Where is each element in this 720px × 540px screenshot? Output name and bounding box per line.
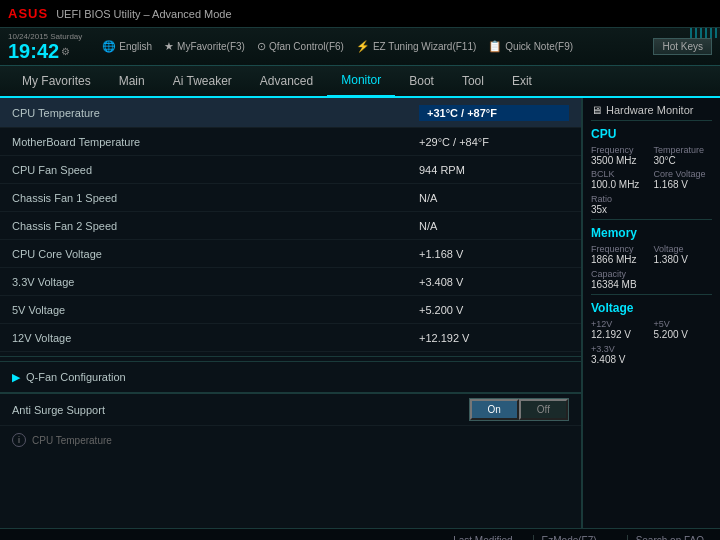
hw-capacity-row: Capacity 16384 MB bbox=[591, 269, 712, 290]
nav-item-monitor[interactable]: Monitor bbox=[327, 65, 395, 97]
cpu-temp-label: CPU Temperature bbox=[12, 107, 419, 119]
asus-logo: ASUS bbox=[8, 6, 48, 21]
hw-mem-freq-label: Frequency bbox=[591, 244, 650, 254]
hw-cpu-grid: Frequency 3500 MHz Temperature 30°C BCLK… bbox=[591, 145, 712, 190]
favorites-icon: ★ bbox=[164, 40, 174, 53]
hw-voltage-title: Voltage bbox=[591, 301, 712, 315]
table-row: 3.3V Voltage +3.408 V bbox=[0, 268, 581, 296]
hw-cpu-temp-label: Temperature bbox=[654, 145, 713, 155]
expand-icon: ▶ bbox=[12, 371, 20, 384]
hw-monitor-title: 🖥 Hardware Monitor bbox=[591, 104, 712, 121]
toggle-switch[interactable]: On Off bbox=[469, 398, 570, 421]
favorites-tool[interactable]: ★ MyFavorite(F3) bbox=[164, 40, 245, 53]
eztuning-label: EZ Tuning Wizard(F11) bbox=[373, 41, 476, 52]
hw-v12-label: +12V bbox=[591, 319, 650, 329]
qfan-label: Qfan Control(F6) bbox=[269, 41, 344, 52]
quicknote-icon: 📋 bbox=[488, 40, 502, 53]
hw-bclk-label: BCLK bbox=[591, 169, 650, 179]
cpu-fan-label: CPU Fan Speed bbox=[12, 164, 419, 176]
hw-cpu-temp-value: 30°C bbox=[654, 155, 713, 166]
nav-item-myfavorites[interactable]: My Favorites bbox=[8, 65, 105, 97]
chassis-fan2-value: N/A bbox=[419, 220, 569, 232]
hw-ratio-value: 35x bbox=[591, 204, 712, 215]
qfan-tool[interactable]: ⊙ Qfan Control(F6) bbox=[257, 40, 344, 53]
last-modified-label: Last Modified bbox=[445, 535, 520, 540]
anti-surge-row: Anti Surge Support On Off bbox=[0, 394, 581, 426]
hw-freq-value: 3500 MHz bbox=[591, 155, 650, 166]
nav-item-aitweaker[interactable]: Ai Tweaker bbox=[159, 65, 246, 97]
language-icon: 🌐 bbox=[102, 40, 116, 53]
hw-mem-volt-label: Voltage bbox=[654, 244, 713, 254]
v5-label: 5V Voltage bbox=[12, 304, 419, 316]
qfan-label: Q-Fan Configuration bbox=[26, 371, 126, 383]
search-faq-button[interactable]: Search on FAQ bbox=[627, 535, 712, 540]
hw-mem-freq-value: 1866 MHz bbox=[591, 254, 650, 265]
chassis-fan2-label: Chassis Fan 2 Speed bbox=[12, 220, 419, 232]
hw-v5-label: +5V bbox=[654, 319, 713, 329]
info-text: CPU Temperature bbox=[32, 435, 112, 446]
datetime: 10/24/2015 Saturday 19:42 ⚙ bbox=[8, 32, 82, 61]
table-row: 5V Voltage +5.200 V bbox=[0, 296, 581, 324]
hw-cpu-freq-col: Frequency 3500 MHz bbox=[591, 145, 650, 166]
cpu-voltage-value: +1.168 V bbox=[419, 248, 569, 260]
table-row: 12V Voltage +12.192 V bbox=[0, 324, 581, 352]
hw-freq-label: Frequency bbox=[591, 145, 650, 155]
hw-mem-volt-col: Voltage 1.380 V bbox=[654, 244, 713, 265]
status-bar: Last Modified EzMode(F7)→ Search on FAQ bbox=[0, 528, 720, 540]
ezmode-button[interactable]: EzMode(F7)→ bbox=[533, 535, 615, 540]
info-icon: i bbox=[12, 433, 26, 447]
hw-corevolt-value: 1.168 V bbox=[654, 179, 713, 190]
hw-v12-col: +12V 12.192 V bbox=[591, 319, 650, 340]
hw-v5-col: +5V 5.200 V bbox=[654, 319, 713, 340]
hw-v5-value: 5.200 V bbox=[654, 329, 713, 340]
qfan-icon: ⊙ bbox=[257, 40, 266, 53]
circuit-decoration bbox=[690, 28, 720, 38]
nav-item-boot[interactable]: Boot bbox=[395, 65, 448, 97]
hw-ratio-row: Ratio 35x bbox=[591, 194, 712, 215]
hw-cpu-title: CPU bbox=[591, 127, 712, 141]
hw-memory-title: Memory bbox=[591, 226, 712, 240]
cpu-fan-value: 944 RPM bbox=[419, 164, 569, 176]
table-row: Chassis Fan 1 Speed N/A bbox=[0, 184, 581, 212]
language-tool[interactable]: 🌐 English bbox=[102, 40, 152, 53]
table-row: MotherBoard Temperature +29°C / +84°F bbox=[0, 128, 581, 156]
hw-v33-value: 3.408 V bbox=[591, 354, 712, 365]
quicknote-tool[interactable]: 📋 Quick Note(F9) bbox=[488, 40, 573, 53]
top-bar: ASUS UEFI BIOS Utility – Advanced Mode bbox=[0, 0, 720, 28]
v12-label: 12V Voltage bbox=[12, 332, 419, 344]
toggle-on-button[interactable]: On bbox=[470, 399, 519, 420]
table-row: CPU Fan Speed 944 RPM bbox=[0, 156, 581, 184]
anti-surge-label: Anti Surge Support bbox=[12, 404, 469, 416]
hotkeys-button[interactable]: Hot Keys bbox=[653, 38, 712, 55]
v33-value: +3.408 V bbox=[419, 276, 569, 288]
nav-item-advanced[interactable]: Advanced bbox=[246, 65, 327, 97]
v5-value: +5.200 V bbox=[419, 304, 569, 316]
nav-menu: My Favorites Main Ai Tweaker Advanced Mo… bbox=[0, 66, 720, 98]
hw-bclk-value: 100.0 MHz bbox=[591, 179, 650, 190]
hw-voltage-grid: +12V 12.192 V +5V 5.200 V bbox=[591, 319, 712, 340]
nav-item-main[interactable]: Main bbox=[105, 65, 159, 97]
hw-divider-2 bbox=[591, 294, 712, 295]
cpu-voltage-label: CPU Core Voltage bbox=[12, 248, 419, 260]
toggle-off-button[interactable]: Off bbox=[519, 399, 568, 420]
mb-temp-label: MotherBoard Temperature bbox=[12, 136, 419, 148]
nav-item-exit[interactable]: Exit bbox=[498, 65, 546, 97]
cpu-temp-value: +31°C / +87°F bbox=[419, 105, 569, 121]
hw-v33-row: +3.3V 3.408 V bbox=[591, 344, 712, 365]
gear-icon[interactable]: ⚙ bbox=[61, 46, 70, 57]
hw-v33-label: +3.3V bbox=[591, 344, 712, 354]
language-label: English bbox=[119, 41, 152, 52]
table-row: CPU Core Voltage +1.168 V bbox=[0, 240, 581, 268]
hw-mem-volt-value: 1.380 V bbox=[654, 254, 713, 265]
header-row: 10/24/2015 Saturday 19:42 ⚙ 🌐 English ★ … bbox=[0, 28, 720, 66]
divider bbox=[0, 356, 581, 357]
table-row: Chassis Fan 2 Speed N/A bbox=[0, 212, 581, 240]
main-content: CPU Temperature +31°C / +87°F MotherBoar… bbox=[0, 98, 720, 528]
eztuning-icon: ⚡ bbox=[356, 40, 370, 53]
hw-divider bbox=[591, 219, 712, 220]
hw-cpu-temp-col: Temperature 30°C bbox=[654, 145, 713, 166]
eztuning-tool[interactable]: ⚡ EZ Tuning Wizard(F11) bbox=[356, 40, 476, 53]
qfan-row[interactable]: ▶ Q-Fan Configuration bbox=[0, 361, 581, 393]
nav-item-tool[interactable]: Tool bbox=[448, 65, 498, 97]
hardware-monitor-panel: 🖥 Hardware Monitor CPU Frequency 3500 MH… bbox=[582, 98, 720, 528]
